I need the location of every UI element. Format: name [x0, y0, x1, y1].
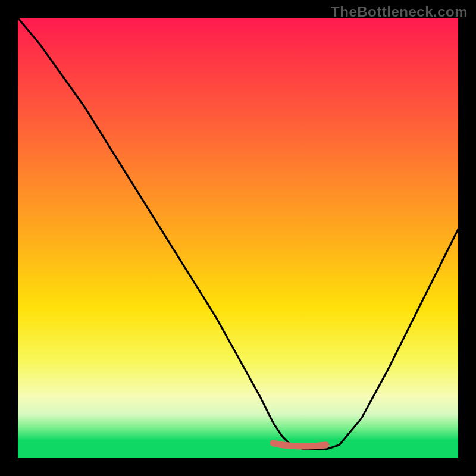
watermark-text: TheBottleneck.com	[331, 4, 468, 20]
optimal-range-path	[273, 443, 326, 446]
curve-svg	[18, 18, 458, 458]
bottleneck-curve-path	[18, 18, 458, 449]
chart-container: TheBottleneck.com	[0, 0, 476, 476]
plot-area	[18, 18, 458, 458]
